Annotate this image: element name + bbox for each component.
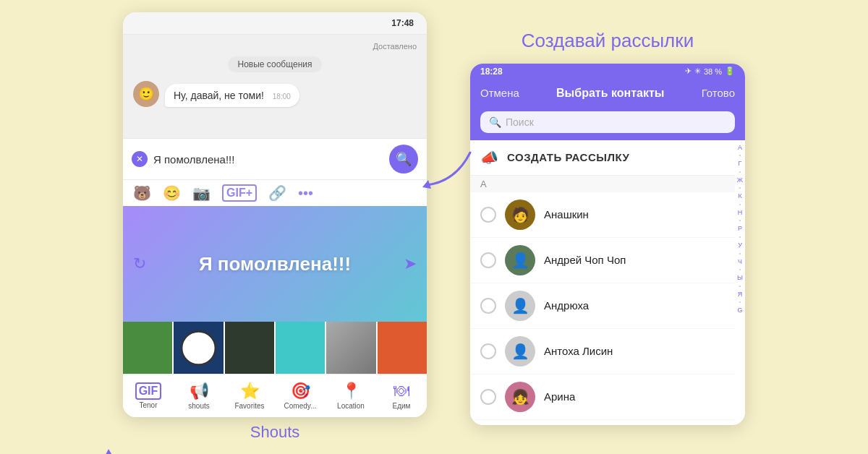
alpha-dot: • (739, 202, 741, 207)
contacts-main: 📣 СОЗДАТЬ РАССЫЛКУ А 🧑 Анашкин 👤 Андрей … (470, 140, 735, 425)
contact-row[interactable]: 👤 Антоха Лисин (470, 329, 735, 374)
tab-shouts[interactable]: 📢 shouts (174, 379, 224, 413)
close-button[interactable]: ✕ (132, 151, 148, 167)
new-messages-bubble: Новые сообщения (228, 56, 323, 72)
create-broadcast[interactable]: 📣 СОЗДАТЬ РАССЫЛКУ (470, 140, 735, 176)
bluetooth-icon: ✳ (694, 67, 701, 76)
more-icon[interactable]: ••• (298, 185, 313, 202)
alpha-dot: • (739, 267, 741, 273)
contact-checkbox[interactable] (480, 252, 496, 268)
right-section: Создавай рассылки 18:28 ✈ ✳ 38 % 🔋 Отмен… (470, 30, 745, 425)
tenor-label: Tenor (139, 401, 157, 409)
contact-row[interactable]: 👧 Арина (470, 374, 735, 420)
comedy-label: Comedy... (284, 402, 317, 410)
location-icon: 📍 (341, 382, 361, 401)
alpha-dot: • (739, 234, 741, 240)
alpha-ch[interactable]: Ч (738, 257, 742, 267)
message-bubble: Ну, давай, не томи! 18:00 (165, 84, 299, 107)
section-letter-a: А (470, 176, 735, 192)
page-title: Создавай рассылки (522, 30, 694, 52)
input-field[interactable]: Я помолвлена!!! (153, 153, 383, 166)
alpha-dot: • (739, 185, 741, 191)
left-section: 17:48 Доставлено Новые сообщения 🙂 Ну, д… (123, 12, 427, 442)
status-bar: 18:28 ✈ ✳ 38 % 🔋 (470, 64, 745, 80)
phone-right: 18:28 ✈ ✳ 38 % 🔋 Отмена Выбрать контакты… (470, 64, 745, 425)
phone-left: 17:48 Доставлено Новые сообщения 🙂 Ну, д… (123, 12, 427, 417)
camera-icon[interactable]: 📷 (192, 184, 210, 202)
alpha-u[interactable]: У (738, 241, 742, 250)
cancel-button[interactable]: Отмена (480, 87, 519, 99)
gif-main-text: Я помолвлена!!! (199, 253, 351, 275)
broadcast-label: СОЗДАТЬ РАССЫЛКУ (507, 151, 629, 163)
alpha-a[interactable]: А (738, 143, 742, 153)
link-icon[interactable]: 🔗 (268, 184, 286, 202)
gif-thumb-5[interactable] (326, 322, 375, 374)
delivered-label: Доставлено (133, 42, 417, 51)
status-icons: ✈ ✳ 38 % 🔋 (685, 67, 735, 76)
contact-name: Андрюха (544, 299, 589, 312)
shouts-label: shouts (188, 402, 209, 410)
contact-checkbox[interactable] (480, 343, 496, 359)
tenor-icon: GIF (135, 382, 162, 400)
tab-extra[interactable]: 🍽 Едим (376, 379, 427, 413)
alpha-zh[interactable]: Ж (737, 176, 743, 185)
gif-thumb-2[interactable] (174, 322, 223, 374)
contact-name: Антоха Лисин (544, 345, 613, 357)
alpha-dot: • (739, 169, 741, 175)
broadcast-icon: 📣 (480, 149, 498, 166)
tab-location[interactable]: 📍 Location (326, 379, 376, 413)
arrow-left-icon[interactable]: ↻ (133, 254, 146, 273)
contact-checkbox[interactable] (480, 207, 496, 223)
search-placeholder: Поиск (506, 116, 534, 128)
contacts-list: 📣 СОЗДАТЬ РАССЫЛКУ А 🧑 Анашкин 👤 Андрей … (470, 140, 745, 425)
contact-row[interactable]: 🧑 Анашкин (470, 192, 735, 238)
gif-icon[interactable]: GIF+ (222, 184, 257, 202)
tab-comedy[interactable]: 🎯 Comedy... (275, 379, 326, 413)
msg-incoming: 🙂 Ну, давай, не томи! 18:00 (133, 81, 417, 107)
sticker-icon[interactable]: 🐻 (133, 184, 151, 202)
alpha-dot: • (739, 153, 741, 158)
alpha-g[interactable]: Г (739, 159, 742, 168)
tab-favorites[interactable]: ⭐ Favorites (224, 379, 275, 413)
contact-avatar: 👤 (505, 245, 535, 275)
alpha-gc[interactable]: G (737, 306, 742, 315)
arrow-annotation-right (412, 145, 477, 196)
contact-checkbox[interactable] (480, 298, 496, 314)
gif-thumb-1[interactable] (123, 322, 172, 374)
alpha-ya[interactable]: Я (738, 290, 743, 299)
search-icon: 🔍 (489, 116, 501, 128)
location-label: Location (337, 402, 365, 410)
gif-thumb-4[interactable] (276, 322, 325, 374)
chat-messages: Доставлено Новые сообщения 🙂 Ну, давай, … (123, 35, 427, 138)
contact-avatar: 👤 (505, 336, 535, 367)
alpha-dot: • (739, 218, 741, 223)
shouts-icon: 📢 (190, 382, 209, 401)
chat-time: 17:48 (391, 18, 414, 28)
alpha-r[interactable]: Р (738, 224, 742, 234)
alpha-y[interactable]: Ы (737, 273, 743, 283)
contact-checkbox[interactable] (480, 389, 496, 405)
alphabet-index: А • Г • Ж • К • Н • Р • У • Ч • Ы • Я • (735, 140, 745, 425)
arrow-right-icon[interactable]: ➤ (404, 254, 417, 273)
tab-tenor[interactable]: GIF Tenor (123, 380, 174, 412)
done-button[interactable]: Готово (702, 87, 735, 99)
gif-thumb-3[interactable] (225, 322, 274, 374)
contacts-header-title: Выбрать контакты (556, 87, 664, 100)
battery-icon: 🔋 (725, 67, 735, 76)
contact-row[interactable]: 👤 Андрей Чоп Чоп (470, 238, 735, 283)
alpha-k[interactable]: К (738, 192, 741, 201)
search-input[interactable]: 🔍 Поиск (480, 111, 735, 133)
alpha-dot: • (739, 299, 741, 305)
battery-label: 38 % (704, 67, 722, 76)
avatar: 🙂 (133, 81, 159, 107)
extra-label: Едим (393, 402, 411, 410)
gif-thumb-6[interactable] (378, 322, 427, 374)
message-text: Ну, давай, не томи! (174, 90, 264, 101)
contacts-header: Отмена Выбрать контакты Готово (470, 80, 745, 107)
alpha-n[interactable]: Н (738, 208, 743, 218)
contact-avatar: 👤 (505, 291, 535, 321)
contact-row[interactable]: 👤 Андрюха (470, 283, 735, 329)
emoji-icon[interactable]: 😊 (163, 184, 181, 202)
message-time: 18:00 (273, 93, 291, 100)
bottom-tabs: GIF Tenor 📢 shouts ⭐ Favorites 🎯 Comedy.… (123, 374, 427, 417)
